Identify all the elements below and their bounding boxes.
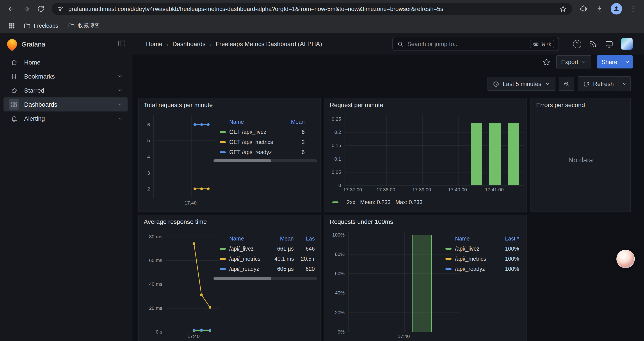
chevron-down-icon[interactable] (117, 115, 123, 122)
series-swatch (446, 268, 452, 270)
panel-title[interactable]: Requests under 100ms (330, 218, 393, 225)
table-header-row: Name Mean (220, 117, 316, 127)
panel-title[interactable]: Average response time (144, 218, 207, 225)
panel-request-per-minute: Request per minute 0.250.20.150.10.05017… (324, 98, 527, 212)
sidebar-toggle-button[interactable] (118, 39, 126, 48)
table-row: GET /api/_readyz 6 (220, 147, 316, 157)
table-row: /api/_livez 100% (446, 244, 519, 254)
toolbar-right-cluster: ⋮ (576, 1, 640, 16)
series-swatch (446, 248, 452, 249)
dashboard-actions: Export Share (542, 55, 632, 69)
series-swatch (220, 258, 226, 260)
column-name[interactable]: Name (229, 235, 274, 242)
url-text: grafana.mathmast.com/d/deytv4rwavabkb/fr… (68, 6, 555, 12)
series-name[interactable]: GET /api/_livez (229, 129, 287, 135)
table-row: /api/_metrics 100% (446, 254, 519, 264)
panel-total-requests: Total requests per minute 6543217:40 Nam… (138, 98, 321, 212)
chevron-down-icon[interactable] (117, 73, 123, 80)
series-name[interactable]: /api/_readyz (229, 266, 274, 272)
favorite-star-icon[interactable] (542, 58, 550, 66)
share-menu-button[interactable] (622, 55, 632, 69)
series-swatch (220, 131, 226, 133)
column-mean[interactable]: Mean (287, 119, 305, 125)
puzzle-icon (579, 5, 587, 13)
legend-mean: Mean: 0.233 (360, 199, 390, 205)
address-bar[interactable]: grafana.mathmast.com/d/deytv4rwavabkb/fr… (52, 3, 572, 15)
table-row: /api/_metrics 40.1 ms 20.5 r (220, 254, 316, 264)
brand-name: Grafana (22, 40, 45, 48)
bookmark-freeleaps[interactable]: Freeleaps (20, 21, 62, 31)
series-last: 20.5 r (294, 256, 316, 262)
news-rss-icon[interactable] (589, 40, 597, 48)
series-name[interactable]: /api/_metrics (229, 256, 274, 262)
keyboard-icon (533, 41, 539, 47)
export-button[interactable]: Export (556, 55, 592, 69)
help-button[interactable]: ? (573, 40, 581, 48)
downloads-button[interactable] (592, 1, 607, 16)
org-avatar[interactable] (621, 38, 632, 50)
series-swatch (332, 201, 338, 203)
apps-grid-icon (8, 22, 15, 29)
column-last[interactable]: Last * (496, 235, 519, 242)
bookmark-blog-folder[interactable]: 收藏博客 (64, 20, 103, 31)
series-mean: 6 (287, 149, 305, 155)
topbar-icons: ? (573, 37, 632, 51)
series-name[interactable]: /api/_livez (229, 245, 274, 252)
sidebar-item-starred[interactable]: Starred (4, 83, 128, 97)
grafana-logo[interactable] (5, 37, 19, 51)
time-range-picker[interactable]: Last 5 minutes (488, 77, 556, 91)
bookmark-star-icon[interactable] (560, 5, 567, 13)
panel-title[interactable]: Total requests per minute (144, 101, 212, 108)
column-mean[interactable]: Mean (274, 235, 294, 242)
panel-title[interactable]: Errors per second (536, 101, 585, 108)
apps-grid-button[interactable] (5, 20, 18, 32)
share-button[interactable]: Share (597, 55, 622, 69)
floating-assistant-avatar[interactable] (616, 250, 635, 268)
person-icon (613, 5, 620, 12)
panel-title[interactable]: Request per minute (330, 101, 383, 108)
chevron-down-icon[interactable] (117, 87, 123, 94)
series-name[interactable]: GET /api/_readyz (229, 149, 287, 155)
search-placeholder: Search or jump to... (407, 41, 526, 47)
table-scrollbar[interactable] (214, 277, 317, 280)
refresh-button-group: Refresh (578, 76, 631, 91)
scrollbar-thumb[interactable] (214, 277, 271, 280)
back-button[interactable] (4, 1, 18, 16)
scrollbar-thumb[interactable] (214, 159, 271, 162)
sidebar-item-alerting[interactable]: Alerting (4, 112, 128, 126)
sidebar-item-dashboards[interactable]: Dashboards (4, 97, 128, 112)
series-swatch (220, 268, 226, 270)
forward-button[interactable] (18, 1, 33, 16)
search-input[interactable]: Search or jump to... ⌘+k (392, 37, 559, 51)
sidebar-item-bookmarks[interactable]: Bookmarks (4, 69, 128, 83)
extensions-button[interactable] (576, 1, 590, 16)
chevron-down-icon (581, 59, 586, 65)
monitor-icon[interactable] (605, 40, 613, 48)
table-row: GET /api/_metrics 2 (220, 137, 316, 147)
legend-series-name[interactable]: 2xx (347, 199, 355, 205)
zoom-out-button[interactable] (559, 77, 574, 91)
breadcrumb-home[interactable]: Home (146, 40, 162, 47)
panel-requests-under-100ms: Requests under 100ms 100%80%60%40%20%0%1… (324, 215, 527, 341)
column-last[interactable]: Las (294, 235, 316, 242)
browser-menu-button[interactable]: ⋮ (626, 1, 640, 16)
column-name[interactable]: Name (455, 235, 496, 242)
search-icon (397, 41, 404, 47)
chevron-down-icon[interactable] (117, 101, 123, 108)
table-scrollbar[interactable] (214, 159, 317, 162)
arrow-right-icon (22, 5, 30, 13)
series-name[interactable]: /api/_livez (455, 245, 496, 252)
refresh-interval-button[interactable] (618, 77, 630, 91)
browser-profile-avatar[interactable] (611, 3, 622, 15)
series-name[interactable]: GET /api/_metrics (229, 139, 287, 145)
reload-button[interactable] (33, 1, 48, 16)
breadcrumb-dashboards[interactable]: Dashboards (172, 40, 206, 47)
refresh-button[interactable]: Refresh (578, 77, 618, 91)
series-name[interactable]: /api/_metrics (455, 256, 496, 262)
column-name[interactable]: Name (229, 119, 287, 125)
refresh-icon (583, 81, 590, 87)
legend-table: Name Mean GET /api/_livez 6 GET /api/_me… (220, 117, 316, 157)
sidebar-item-home[interactable]: Home (4, 55, 128, 69)
folder-icon (68, 22, 75, 29)
series-name[interactable]: /api/_readyz (455, 266, 496, 272)
